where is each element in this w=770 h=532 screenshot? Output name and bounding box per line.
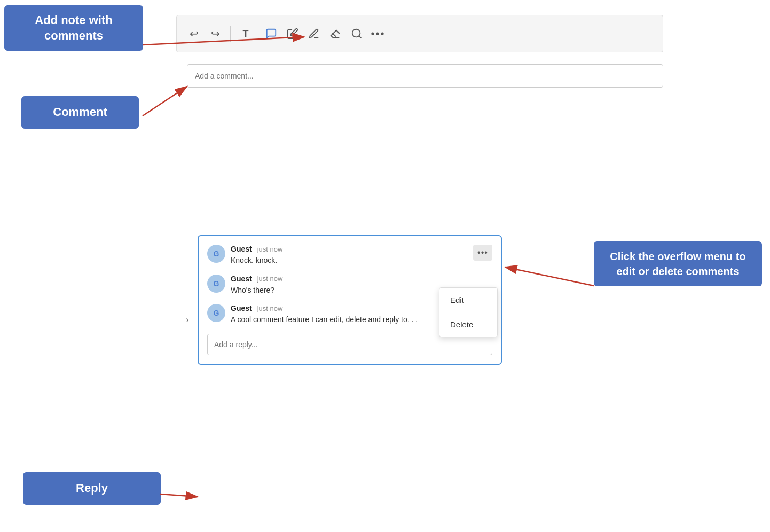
svg-line-5 [160,494,198,497]
comment-time-2: just now [257,275,283,283]
comment-item-1: G Guest just now Knock. knock. ••• Edit … [207,245,492,266]
text-icon[interactable]: T [237,25,254,42]
comments-thread: G Guest just now Knock. knock. ••• Edit … [198,235,502,365]
svg-line-3 [143,87,187,116]
avatar-3: G [207,304,225,322]
reply-label: Reply [23,472,161,505]
comment-author-3: Guest [231,304,252,312]
comment-text-1: Knock. knock. [231,255,492,266]
comment-header-1: Guest just now [231,245,492,253]
svg-line-4 [505,267,594,286]
undo-icon[interactable]: ↩ [185,25,202,42]
comment-author-2: Guest [231,275,252,283]
comment-header-2: Guest just now [231,275,492,283]
collapse-arrow[interactable]: › [186,315,188,325]
comment-label: Comment [21,96,139,129]
more-icon[interactable]: ••• [370,25,387,42]
comment-body-1: Guest just now Knock. knock. [231,245,492,266]
comment-author-1: Guest [231,245,252,253]
toolbar-separator [230,26,231,42]
add-note-label: Add note with comments [4,5,143,51]
avatar-2: G [207,275,225,293]
avatar-1: G [207,245,225,263]
comment-time-1: just now [257,245,283,253]
svg-point-0 [352,29,360,37]
overflow-dropdown-1: Edit Delete [439,287,498,337]
overflow-menu-button-1[interactable]: ••• [473,245,492,261]
overflow-hint-label: Click the overflow menu to edit or delet… [594,241,762,286]
comment-input-area [187,64,663,88]
edit-menu-item[interactable]: Edit [439,288,497,312]
pencil-icon[interactable] [305,25,323,42]
highlight-icon[interactable] [284,25,301,42]
eraser-icon[interactable] [327,25,344,42]
redo-icon[interactable]: ↪ [207,25,224,42]
comment-input[interactable] [187,64,663,88]
toolbar: ↩ ↪ T ••• [176,15,663,52]
search-icon[interactable] [348,25,365,42]
comment-icon[interactable] [263,25,280,42]
comment-time-3: just now [257,304,283,312]
delete-menu-item[interactable]: Delete [439,312,497,337]
